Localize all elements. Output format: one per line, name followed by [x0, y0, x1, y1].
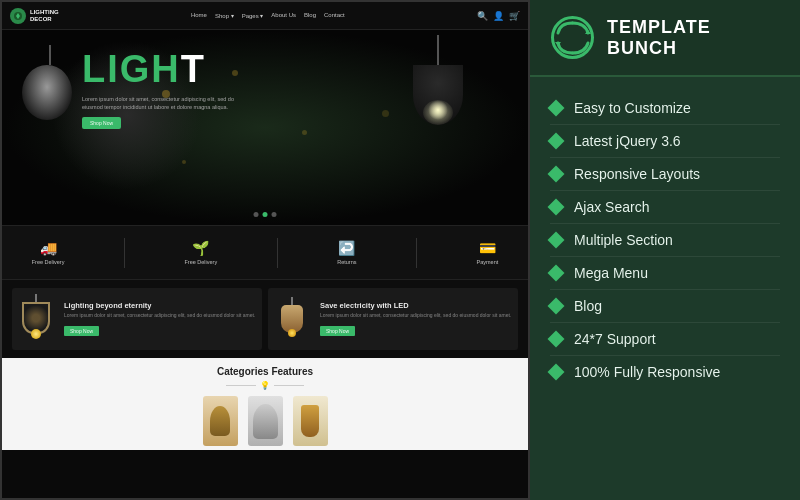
brand-text-group: TEMPLATE BUNCH — [607, 17, 780, 59]
cart-icon[interactable]: 🛒 — [509, 11, 520, 21]
divider-3 — [416, 238, 417, 268]
feature-label-2: Free Delivery — [184, 259, 217, 265]
lamp-thumb-2[interactable] — [248, 396, 283, 446]
feature-row-5: Multiple Section — [550, 224, 780, 257]
divider-2 — [277, 238, 278, 268]
feature-row-8: 24*7 Support — [550, 323, 780, 356]
feature-text-3: Responsive Layouts — [574, 166, 700, 182]
hero-dots — [254, 212, 277, 217]
dot-2[interactable] — [263, 212, 268, 217]
feature-returns: ↩️ Returns — [337, 240, 356, 265]
feature-text-2: Latest jQuery 3.6 — [574, 133, 681, 149]
lamp-thumbnails — [12, 396, 518, 446]
product-card-1-info: Lighting beyond eternity Lorem ipsum dol… — [64, 301, 256, 337]
feature-free-delivery-2: 🌱 Free Delivery — [184, 240, 217, 265]
divider-line-left — [226, 385, 256, 386]
feature-label-4: Payment — [477, 259, 499, 265]
product-card-2-title: Save electricity with LED — [320, 301, 512, 310]
right-panel: TEMPLATE BUNCH Easy to Customize Latest … — [530, 0, 800, 500]
brand-name-text: LIGHTING DECOR — [30, 9, 59, 22]
leaf-icon: 🌱 — [192, 240, 209, 256]
chandelier-lamp — [22, 45, 77, 135]
feature-label-3: Returns — [337, 259, 356, 265]
dot-1[interactable] — [254, 212, 259, 217]
nav-shop[interactable]: Shop ▾ — [215, 12, 234, 19]
brand-header: TEMPLATE BUNCH — [530, 0, 800, 77]
feature-text-9: 100% Fully Responsive — [574, 364, 720, 380]
product-card-1-image — [18, 294, 58, 344]
hero-shop-now-button[interactable]: Shop Now — [82, 117, 121, 129]
product-card-1-desc: Lorem ipsum dolor sit amet, consectetur … — [64, 312, 256, 319]
feature-row-6: Mega Menu — [550, 257, 780, 290]
diamond-icon-8 — [548, 331, 565, 348]
nav-blog[interactable]: Blog — [304, 12, 316, 19]
nav-icons: 🔍 👤 🛒 — [477, 11, 520, 21]
nav-links: Home Shop ▾ Pages ▾ About Us Blog Contac… — [191, 12, 345, 19]
website-preview: LIGHTING DECOR Home Shop ▾ Pages ▾ About… — [0, 0, 530, 500]
product-card-2: Save electricity with LED Lorem ipsum do… — [268, 288, 518, 350]
brand-name: TEMPLATE BUNCH — [607, 17, 780, 59]
features-bar: 🚚 Free Delivery 🌱 Free Delivery ↩️ Retur… — [2, 225, 528, 280]
navbar: LIGHTING DECOR Home Shop ▾ Pages ▾ About… — [2, 2, 528, 30]
pendant-lamp — [408, 35, 468, 135]
feature-text-4: Ajax Search — [574, 199, 649, 215]
diamond-icon-7 — [548, 298, 565, 315]
feature-label-1: Free Delivery — [32, 259, 65, 265]
categories-title: Categories Features — [12, 366, 518, 377]
product-card-2-info: Save electricity with LED Lorem ipsum do… — [320, 301, 512, 337]
lamp-shade — [413, 65, 463, 125]
feature-row-2: Latest jQuery 3.6 — [550, 125, 780, 158]
categories-divider: 💡 — [12, 381, 518, 390]
hero-title-white: T — [181, 48, 206, 90]
product-card-2-image — [274, 294, 314, 344]
user-icon[interactable]: 👤 — [493, 11, 504, 21]
template-bunch-logo — [550, 15, 595, 60]
feature-text-8: 24*7 Support — [574, 331, 656, 347]
diamond-icon-3 — [548, 166, 565, 183]
brand-icon — [10, 8, 26, 24]
features-list: Easy to Customize Latest jQuery 3.6 Resp… — [530, 77, 800, 500]
truck-icon: 🚚 — [40, 240, 57, 256]
nav-home[interactable]: Home — [191, 12, 207, 19]
dot-3[interactable] — [272, 212, 277, 217]
hero-title-green: LIGH — [82, 48, 181, 90]
feature-text-6: Mega Menu — [574, 265, 648, 281]
navbar-brand: LIGHTING DECOR — [10, 8, 59, 24]
feature-row-1: Easy to Customize — [550, 92, 780, 125]
product-card-1-button[interactable]: Shop Now — [64, 326, 99, 336]
categories-section: Categories Features 💡 — [2, 358, 528, 450]
diamond-icon-9 — [548, 364, 565, 381]
diamond-icon-6 — [548, 265, 565, 282]
return-icon: ↩️ — [338, 240, 355, 256]
feature-text-1: Easy to Customize — [574, 100, 691, 116]
feature-free-delivery-1: 🚚 Free Delivery — [32, 240, 65, 265]
diamond-icon-1 — [548, 100, 565, 117]
hero-content: LIGHT Lorem ipsum dolor sit amet, consec… — [82, 50, 242, 129]
hero-title: LIGHT — [82, 50, 242, 88]
product-cards-section: Lighting beyond eternity Lorem ipsum dol… — [2, 280, 528, 358]
payment-icon: 💳 — [479, 240, 496, 256]
divider-lamp-icon: 💡 — [260, 381, 270, 390]
nav-about[interactable]: About Us — [271, 12, 296, 19]
hero-subtitle: Lorem ipsum dolor sit amet, consectetur … — [82, 96, 242, 111]
divider-1 — [124, 238, 125, 268]
lamp-thumb-3[interactable] — [293, 396, 328, 446]
diamond-icon-5 — [548, 232, 565, 249]
feature-row-7: Blog — [550, 290, 780, 323]
feature-row-4: Ajax Search — [550, 191, 780, 224]
product-card-2-desc: Lorem ipsum dolor sit amet, consectetur … — [320, 312, 512, 319]
product-card-2-button[interactable]: Shop Now — [320, 326, 355, 336]
lamp-cord — [437, 35, 439, 65]
feature-payment: 💳 Payment — [477, 240, 499, 265]
hero-section: LIGHT Lorem ipsum dolor sit amet, consec… — [2, 30, 528, 225]
feature-text-7: Blog — [574, 298, 602, 314]
lamp-thumb-1[interactable] — [203, 396, 238, 446]
product-card-1-title: Lighting beyond eternity — [64, 301, 256, 310]
diamond-icon-2 — [548, 133, 565, 150]
search-icon[interactable]: 🔍 — [477, 11, 488, 21]
feature-row-3: Responsive Layouts — [550, 158, 780, 191]
nav-contact[interactable]: Contact — [324, 12, 345, 19]
nav-pages[interactable]: Pages ▾ — [242, 12, 264, 19]
divider-line-right — [274, 385, 304, 386]
product-card-1: Lighting beyond eternity Lorem ipsum dol… — [12, 288, 262, 350]
